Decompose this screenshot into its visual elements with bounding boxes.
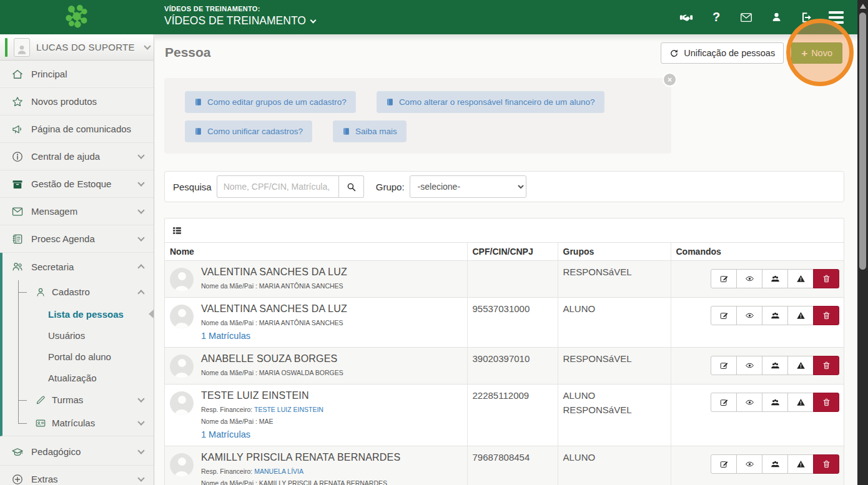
view-button[interactable] (736, 269, 762, 288)
edit-button[interactable] (711, 454, 737, 474)
search-icon (346, 182, 357, 192)
help-link-saiba-mais[interactable]: Saiba mais (333, 120, 407, 142)
close-icon[interactable]: × (663, 72, 677, 87)
main-content: Pessoa Unificação de pessoas + Novo × Co… (155, 34, 857, 485)
user-accent-bar (5, 38, 7, 57)
sidebar-item-extras[interactable]: Extras (0, 466, 154, 485)
search-input[interactable] (217, 175, 339, 198)
sidebar-item-portal-do-aluno[interactable]: Portal do aluno (2, 346, 154, 367)
sidebar-item-central-de-ajuda[interactable]: Central de ajuda (0, 143, 154, 170)
groups-button[interactable] (762, 306, 788, 325)
scrollbar-thumb[interactable] (859, 12, 866, 270)
view-button[interactable] (736, 454, 762, 474)
resp-financeiro-link[interactable]: TESTE LUIZ EINSTEIN (254, 406, 323, 413)
user-icon[interactable] (769, 11, 783, 24)
help-link-responsavel-financeiro[interactable]: Como alterar o responsável financeiro de… (377, 91, 604, 113)
agenda-icon (11, 233, 24, 245)
group-badge: RESPONSáVEL (563, 404, 666, 415)
unify-people-button[interactable]: Unificação de pessoas (661, 42, 784, 64)
sidebar-item-matriculas[interactable]: Matrículas (2, 411, 154, 434)
handshake-icon[interactable] (679, 11, 693, 24)
user-name: LUCAS DO SUPORTE (36, 42, 135, 52)
matriculas-link[interactable]: 1 Matrículas (201, 429, 250, 439)
sidebar-item-pagina-de-comunicados[interactable]: Página de comunicados (0, 115, 154, 143)
edit-button[interactable] (711, 356, 737, 375)
delete-button[interactable] (813, 306, 839, 325)
avatar (170, 305, 194, 328)
menu-icon[interactable] (829, 11, 843, 24)
groups-button[interactable] (762, 356, 788, 375)
parent-name-line: Nome da Mãe/Pai : MARIA ANTÔNIA SANCHES (201, 319, 347, 326)
cpf-value: 95537031000 (467, 298, 558, 348)
alert-button[interactable] (787, 269, 814, 288)
view-button[interactable] (736, 356, 762, 375)
sidebar-item-principal[interactable]: Principal (0, 61, 154, 88)
chevron-down-icon (137, 234, 144, 241)
table-row: TESTE LUIZ EINSTEIN Resp. Financeiro: TE… (165, 385, 844, 446)
groups-button[interactable] (762, 393, 788, 412)
school-title: VÍDEOS DE TREINAMENTO (164, 14, 306, 27)
megaphone-icon (11, 123, 24, 135)
group-badge: ALUNO (563, 390, 666, 401)
edit-button[interactable] (711, 269, 737, 288)
chevron-down-icon (144, 42, 150, 49)
delete-button[interactable] (813, 454, 839, 474)
table-row: VALENTINA SANCHES DA LUZ Nome da Mãe/Pai… (165, 298, 844, 348)
scroll-up-arrow-icon[interactable] (860, 4, 866, 9)
sidebar-item-proesc-agenda[interactable]: Proesc Agenda (0, 225, 154, 253)
sidebar-item-novos-produtos[interactable]: Novos produtos (0, 88, 154, 115)
refresh-icon (669, 49, 679, 58)
view-button[interactable] (736, 306, 762, 325)
parent-name-line: Nome da Mãe/Pai : MARIA OSWALDA BORGES (201, 369, 343, 376)
school-subtitle: VÍDEOS DE TREINAMENTO: (164, 5, 315, 12)
sidebar-item-lista-de-pessoas[interactable]: Lista de pessoas (2, 303, 154, 325)
sidebar-item-atualizacao[interactable]: Atualização (2, 367, 154, 388)
table-row: KAMILLY PRISCILA RENATA BERNARDES Resp. … (165, 446, 844, 485)
sidebar-item-gestao-de-estoque[interactable]: Gestão de Estoque (0, 170, 154, 198)
vertical-scrollbar[interactable] (857, 0, 868, 485)
pencil-icon (35, 394, 46, 406)
edit-button[interactable] (711, 306, 737, 325)
cpf-value: 79687808454 (467, 446, 558, 485)
column-header-comandos: Comandos (671, 243, 844, 261)
matriculas-link[interactable]: 1 Matrículas (201, 331, 250, 341)
new-person-button[interactable]: + Novo (791, 42, 842, 64)
parent-name-line: Nome da Mãe/Pai : MARIA ANTÔNIA SANCHES (201, 282, 347, 290)
alert-button[interactable] (787, 454, 814, 474)
groups-button[interactable] (762, 454, 788, 474)
delete-button[interactable] (813, 269, 839, 288)
person-name: VALENTINA SANCHES DA LUZ (201, 267, 347, 278)
column-header-grupos: Grupos (558, 243, 671, 261)
active-item-marker (149, 310, 154, 318)
sidebar-item-usuarios[interactable]: Usuários (2, 325, 154, 346)
sidebar-item-secretaria[interactable]: Secretaria (2, 253, 154, 280)
app-header: VÍDEOS DE TREINAMENTO: VÍDEOS DE TREINAM… (0, 0, 868, 34)
groups-button[interactable] (762, 269, 788, 288)
group-select[interactable]: -selecione- (410, 175, 526, 198)
alert-button[interactable] (787, 393, 814, 412)
list-view-icon[interactable] (172, 225, 182, 236)
help-link-unificar-cadastros[interactable]: Como unificar cadastros? (185, 120, 312, 142)
user-menu[interactable]: LUCAS DO SUPORTE (0, 34, 154, 61)
search-button[interactable] (339, 175, 364, 198)
delete-button[interactable] (813, 356, 839, 375)
sidebar-item-pedagogico[interactable]: Pedagógico (0, 438, 154, 466)
resp-financeiro-link[interactable]: MANUELA LÍVIA (254, 468, 303, 475)
edit-button[interactable] (711, 393, 737, 412)
help-icon[interactable]: ? (709, 11, 723, 24)
logout-icon[interactable] (799, 11, 813, 24)
logo-zone[interactable] (0, 0, 154, 34)
help-link-editar-grupos[interactable]: Como editar grupos de um cadastro? (185, 91, 356, 113)
row-commands (711, 356, 839, 375)
delete-button[interactable] (813, 393, 839, 412)
person-name: TESTE LUIZ EINSTEIN (201, 390, 323, 401)
sidebar-item-cadastro[interactable]: Cadastro (2, 280, 154, 303)
people-table-panel: Nome CPF/CIN/CNPJ Grupos Comandos VALENT… (164, 218, 844, 485)
sidebar-item-turmas[interactable]: Turmas (2, 388, 154, 411)
alert-button[interactable] (787, 356, 814, 375)
view-button[interactable] (736, 393, 762, 412)
school-switcher[interactable]: VÍDEOS DE TREINAMENTO (164, 14, 315, 27)
alert-button[interactable] (787, 306, 814, 325)
mail-icon[interactable] (739, 11, 753, 24)
sidebar-item-mensagem[interactable]: Mensagem (0, 198, 154, 225)
